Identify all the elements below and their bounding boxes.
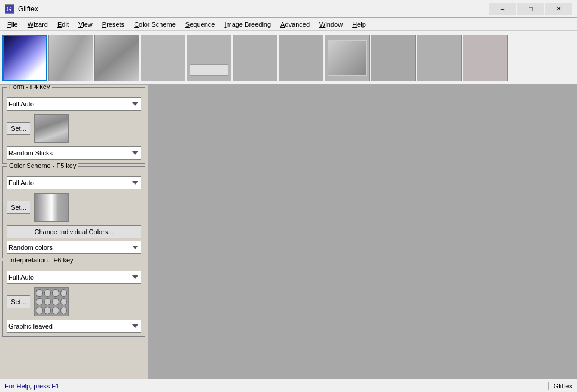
form-preview-image <box>35 115 68 142</box>
toolbar-thumb-3[interactable] <box>94 35 139 81</box>
color-type-select[interactable]: Random colors Monochrome Complementary <box>7 241 141 254</box>
menu-advanced[interactable]: Advanced <box>276 18 315 30</box>
menu-sequence[interactable]: Sequence <box>181 18 220 30</box>
color-auto-select[interactable]: Full Auto Manual Random <box>7 176 141 189</box>
color-set-button[interactable]: Set... <box>7 201 30 214</box>
menu-bar: File Wizard Edit View Presets Color Sche… <box>0 18 577 31</box>
close-button[interactable]: ✕ <box>545 3 572 15</box>
menu-help[interactable]: Help <box>347 18 371 30</box>
app-icon: G <box>5 4 14 14</box>
title-bar: G Gliftex − □ ✕ <box>0 0 577 18</box>
menu-edit[interactable]: Edit <box>53 18 74 30</box>
menu-color-scheme[interactable]: Color Scheme <box>129 18 181 30</box>
interp-type-select[interactable]: Graphic leaved Smooth Blocky Textured <box>7 320 141 333</box>
toolbar-thumb-9[interactable] <box>371 35 416 81</box>
menu-window[interactable]: Window <box>315 18 347 30</box>
form-section-title: Form - F4 key <box>7 85 52 90</box>
interpretation-section-title: Interpretation - F6 key <box>7 256 76 264</box>
color-scheme-section: Color Scheme - F5 key Full Auto Manual R… <box>2 166 145 258</box>
left-panel: Form - F4 key Full Auto Manual Random Se… <box>0 85 148 379</box>
window-title: Gliftex <box>18 5 489 13</box>
toolbar-thumb-7[interactable] <box>279 35 323 81</box>
toolbar-thumb-11[interactable] <box>463 35 508 81</box>
main-content: Form - F4 key Full Auto Manual Random Se… <box>0 85 577 379</box>
svg-text:G: G <box>7 6 11 13</box>
toolbar-thumb-2[interactable] <box>48 35 93 81</box>
form-preview <box>34 114 69 143</box>
interp-auto-select[interactable]: Full Auto Manual Random <box>7 271 141 284</box>
menu-image-breeding[interactable]: Image Breeding <box>219 18 276 30</box>
menu-file[interactable]: File <box>2 18 23 30</box>
interp-preview-image <box>35 288 68 316</box>
color-preview-image <box>35 194 68 221</box>
toolbar-thumb-1[interactable] <box>2 35 47 81</box>
canvas-area[interactable] <box>148 85 577 379</box>
form-set-button[interactable]: Set... <box>7 122 30 135</box>
window-controls: − □ ✕ <box>489 3 572 15</box>
status-app-name: Gliftex <box>548 382 572 390</box>
form-type-select[interactable]: Random Sticks Spirals Waves Circles <box>7 146 141 160</box>
status-help-text: For Help, press F1 <box>5 382 548 390</box>
toolbar-thumb-8[interactable] <box>325 35 370 81</box>
form-section: Form - F4 key Full Auto Manual Random Se… <box>2 87 145 164</box>
color-scheme-section-title: Color Scheme - F5 key <box>7 162 78 169</box>
toolbar-thumb-6[interactable] <box>233 35 277 81</box>
menu-wizard[interactable]: Wizard <box>23 18 53 30</box>
toolbar-thumb-10[interactable] <box>417 35 462 81</box>
minimize-button[interactable]: − <box>489 3 516 15</box>
toolbar <box>0 31 577 85</box>
form-auto-select[interactable]: Full Auto Manual Random <box>7 97 141 111</box>
toolbar-thumb-4[interactable] <box>141 35 185 81</box>
toolbar-thumb-5[interactable] <box>187 35 231 81</box>
interpretation-section: Interpretation - F6 key Full Auto Manual… <box>2 261 145 337</box>
interp-set-button[interactable]: Set... <box>7 295 30 308</box>
menu-presets[interactable]: Presets <box>97 18 129 30</box>
change-colors-button[interactable]: Change Individual Colors... <box>7 225 141 238</box>
menu-view[interactable]: View <box>74 18 97 30</box>
interp-preview <box>34 287 69 316</box>
color-preview <box>34 193 69 222</box>
status-bar: For Help, press F1 Gliftex <box>0 379 577 392</box>
maximize-button[interactable]: □ <box>517 3 544 15</box>
